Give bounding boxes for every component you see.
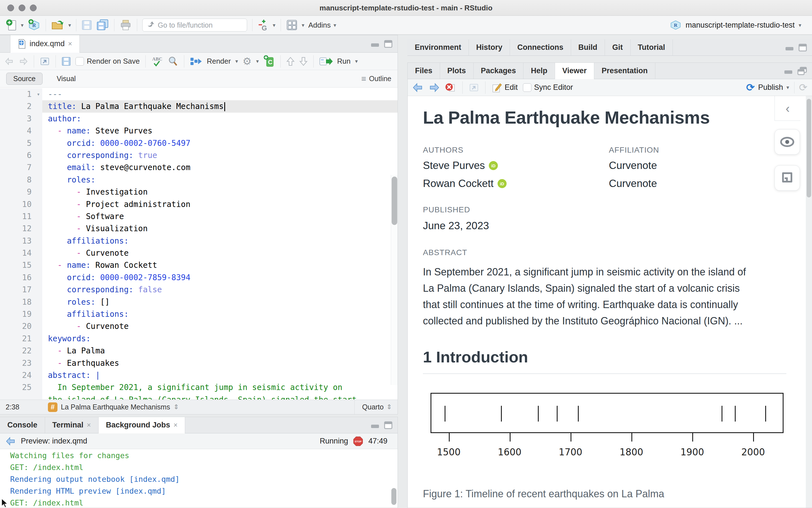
code-line[interactable]: 11 - Software (0, 210, 398, 222)
visibility-button[interactable] (775, 129, 800, 155)
new-project-icon[interactable]: R (28, 18, 41, 32)
sync-editor-checkbox[interactable] (523, 83, 531, 92)
file-type-selector[interactable]: Quarto ⇕ (355, 400, 392, 414)
close-icon[interactable]: × (87, 421, 91, 429)
tab-plots[interactable]: Plots (440, 63, 474, 79)
edit-button[interactable]: Edit (492, 83, 518, 93)
annotation-button[interactable] (775, 165, 800, 190)
code-line[interactable]: 4 - name: Steve Purves (0, 125, 398, 137)
tab-environment[interactable]: Environment (407, 39, 469, 55)
code-line[interactable]: the island of La Palma (Canary Islands, … (0, 394, 398, 399)
git-caret-icon[interactable]: ▾ (273, 22, 276, 29)
popout-icon[interactable] (40, 57, 50, 66)
code-line[interactable]: 5 orcid: 0000-0002-0760-5497 (0, 137, 398, 149)
tab-index-qmd[interactable]: index.qmd × (10, 35, 80, 52)
minimize-pane-icon[interactable] (784, 68, 793, 74)
tab-build[interactable]: Build (571, 39, 605, 55)
open-file-icon[interactable] (51, 19, 65, 31)
code-line[interactable]: 3author: (0, 113, 398, 125)
code-line[interactable]: 17 corresponding: false (0, 284, 398, 296)
minimize-pane-icon[interactable] (370, 41, 379, 47)
code-line[interactable]: 22 - La Palma (0, 345, 398, 357)
insert-chunk-icon[interactable]: C (263, 55, 275, 68)
orcid-icon[interactable]: iD (489, 161, 498, 170)
tab-history[interactable]: History (469, 39, 510, 55)
addins-button[interactable]: Addins ▾ (308, 21, 336, 30)
source-mode-button[interactable]: Source (6, 73, 43, 85)
run-icon[interactable] (319, 56, 333, 66)
panes-caret-icon[interactable]: ▾ (302, 22, 304, 29)
visual-mode-button[interactable]: Visual (50, 73, 83, 84)
code-editor[interactable]: 1▾---2title: La Palma Earthquake Mechani… (0, 88, 398, 399)
code-line[interactable]: 6 corresponding: true (0, 149, 398, 161)
save-all-icon[interactable] (96, 19, 109, 31)
outline-button[interactable]: ≡ Outline (361, 74, 391, 84)
save-icon[interactable] (81, 20, 92, 31)
collapse-panel-button[interactable]: ‹ (775, 96, 801, 121)
render-caret-icon[interactable]: ▾ (235, 58, 238, 65)
open-file-caret-icon[interactable]: ▾ (69, 22, 71, 29)
refresh-icon[interactable]: ⟳ (794, 82, 808, 93)
tab-connections[interactable]: Connections (510, 39, 571, 55)
search-icon[interactable] (168, 56, 178, 67)
tab-git[interactable]: Git (605, 39, 631, 55)
viewer-back-icon[interactable] (412, 83, 423, 92)
code-line[interactable]: 25 In September 2021, a significant jump… (0, 381, 398, 393)
console-output[interactable]: Watching files for changesGET: /index.ht… (0, 449, 398, 508)
tab-presentation[interactable]: Presentation (594, 63, 655, 79)
tab-tutorial[interactable]: Tutorial (631, 39, 673, 55)
render-on-save-toggle[interactable]: Render on Save (76, 57, 140, 66)
code-line[interactable]: 21keywords: (0, 333, 398, 345)
stop-icon[interactable]: STOP (353, 436, 363, 446)
gear-icon[interactable]: ⚙ (243, 55, 252, 67)
run-previous-icon[interactable] (286, 56, 295, 67)
maximize-pane-icon[interactable] (799, 44, 807, 51)
gear-caret-icon[interactable]: ▾ (256, 58, 259, 65)
tab-viewer[interactable]: Viewer (555, 63, 595, 79)
close-icon[interactable]: × (68, 40, 72, 48)
spellcheck-icon[interactable]: ABC (151, 55, 163, 67)
goto-file-input[interactable] (158, 21, 237, 29)
render-label[interactable]: Render (207, 57, 231, 66)
run-label[interactable]: Run (337, 57, 351, 66)
code-line[interactable]: 20 - Curvenote (0, 320, 398, 332)
code-line[interactable]: 7 email: steve@curvenote.com (0, 161, 398, 173)
maximize-pane-icon[interactable] (384, 40, 393, 48)
code-line[interactable]: 12 - Visualization (0, 222, 398, 235)
viewer-scrollbar[interactable] (806, 96, 812, 508)
print-icon[interactable] (119, 19, 132, 31)
job-back-icon[interactable] (6, 437, 16, 446)
code-line[interactable]: 15 - name: Rowan Cockett (0, 259, 398, 271)
code-line[interactable]: 24abstract: | (0, 369, 398, 381)
code-line[interactable]: 14 - Curvenote (0, 247, 398, 259)
symbol-selector[interactable]: # La Palma Earthquake Mechanisms ⇕ (48, 403, 179, 412)
code-line[interactable]: 23 - Earthquakes (0, 357, 398, 369)
clear-viewer-icon[interactable] (445, 82, 456, 93)
fold-arrow-icon[interactable]: ▾ (37, 88, 40, 100)
forward-icon[interactable] (18, 57, 28, 66)
code-line[interactable]: 9 - Investigation (0, 186, 398, 198)
publish-button[interactable]: ⟳ Publish ▾ (746, 82, 789, 93)
tab-terminal[interactable]: Terminal× (45, 417, 98, 433)
code-line[interactable]: 18 roles: [] (0, 296, 398, 308)
render-on-save-checkbox[interactable] (76, 57, 84, 66)
code-line[interactable]: 2title: La Palma Earthquake Mechanisms (0, 100, 398, 112)
code-line[interactable]: 10 - Project administration (0, 198, 398, 210)
sync-editor-toggle[interactable]: Sync Editor (523, 83, 573, 92)
code-line[interactable]: 16 orcid: 0000-0002-7859-8394 (0, 271, 398, 284)
close-icon[interactable]: × (173, 421, 178, 429)
orcid-icon[interactable]: iD (497, 179, 506, 188)
tab-help[interactable]: Help (524, 63, 555, 79)
editor-scroll-thumb[interactable] (392, 177, 397, 225)
run-caret-icon[interactable]: ▾ (355, 58, 358, 65)
viewer-scroll-thumb[interactable] (807, 99, 811, 198)
save-file-icon[interactable] (62, 56, 71, 66)
tab-files[interactable]: Files (408, 63, 440, 79)
code-line[interactable]: 19 affiliations: (0, 308, 398, 320)
render-icon[interactable] (190, 56, 202, 66)
restore-panes-icon[interactable] (797, 67, 807, 75)
tab-console[interactable]: Console (0, 417, 45, 433)
console-scrollbar[interactable] (391, 449, 397, 508)
back-icon[interactable] (4, 57, 14, 66)
viewer-popout-icon[interactable] (469, 83, 479, 92)
